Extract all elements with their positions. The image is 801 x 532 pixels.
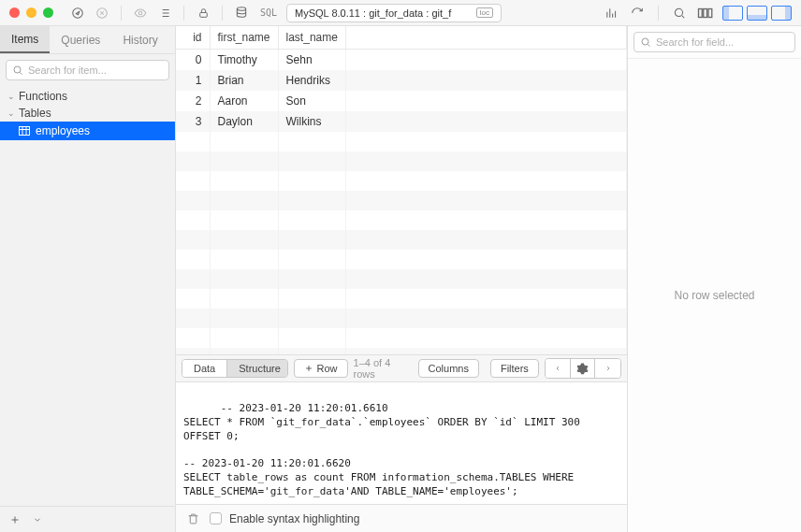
columns-icon[interactable] (696, 4, 715, 22)
tree-group-functions[interactable]: ⌄ Functions (0, 88, 175, 105)
cell-empty (345, 348, 626, 354)
sidebar: Items Queries History ⌄ Functions ⌄ Tabl… (0, 26, 176, 532)
data-tab-button[interactable]: Data (182, 360, 227, 377)
col-header-id[interactable]: id (176, 26, 210, 50)
trash-icon[interactable] (183, 510, 202, 528)
cell-last-name (278, 328, 345, 348)
table-row[interactable]: 0TimothySehn (176, 50, 627, 71)
svg-rect-3 (199, 12, 207, 17)
col-header-first-name[interactable]: first_name (210, 26, 278, 50)
cell-id (176, 171, 210, 191)
structure-tab-button[interactable]: Structure (227, 360, 287, 377)
cell-last-name (278, 132, 345, 151)
table-row (176, 151, 627, 171)
inspector-search[interactable] (634, 32, 795, 52)
cell-id: 3 (176, 111, 210, 132)
toggle-bottom-panel-button[interactable] (747, 6, 767, 21)
rows-info: 1–4 of 4 rows (354, 357, 413, 380)
columns-button[interactable]: Columns (418, 359, 479, 378)
table-row[interactable]: 1BrianHendriks (176, 70, 627, 91)
chart-icon[interactable] (602, 4, 620, 22)
filters-button[interactable]: Filters (490, 359, 539, 378)
cell-empty (345, 210, 626, 230)
cancel-icon (93, 4, 111, 22)
connection-selector[interactable]: MySQL 8.0.11 : git_for_data : git_f loc (286, 4, 502, 22)
cell-last-name (278, 289, 345, 309)
database-icon[interactable] (232, 4, 251, 22)
cell-empty (345, 151, 626, 171)
cell-empty (345, 132, 626, 151)
syntax-highlight-checkbox[interactable] (210, 512, 222, 525)
svg-point-4 (237, 7, 245, 10)
cell-empty (345, 111, 626, 132)
cell-last-name (278, 269, 345, 289)
cell-id (176, 151, 210, 171)
sidebar-search[interactable] (6, 60, 169, 80)
cell-last-name (278, 348, 345, 354)
data-grid[interactable]: id first_name last_name 0TimothySehn1Bri… (176, 26, 627, 354)
tree-item-employees[interactable]: employees (0, 122, 175, 140)
cell-empty (345, 70, 626, 91)
svg-point-2 (138, 11, 142, 15)
tree-item-label: employees (36, 124, 90, 137)
tab-queries[interactable]: Queries (50, 26, 111, 53)
cell-empty (345, 230, 626, 250)
list-icon[interactable] (155, 4, 174, 22)
zoom-window-button[interactable] (43, 7, 53, 18)
cell-empty (345, 191, 626, 210)
tree-group-tables[interactable]: ⌄ Tables (0, 105, 175, 122)
cell-first-name (210, 348, 278, 354)
lock-icon[interactable] (194, 4, 212, 22)
reload-icon[interactable] (628, 4, 647, 22)
add-row-button[interactable]: Row (294, 359, 348, 378)
cell-id: 0 (176, 50, 210, 71)
cell-empty (345, 328, 626, 348)
schema-tree: ⌄ Functions ⌄ Tables employees (0, 86, 175, 506)
cell-last-name (278, 191, 345, 210)
cell-first-name (210, 210, 278, 230)
cell-empty (345, 309, 626, 328)
cell-empty (345, 250, 626, 269)
tab-history[interactable]: History (111, 26, 168, 53)
dropdown-button[interactable] (28, 510, 47, 529)
toggle-right-panel-button[interactable] (771, 6, 792, 21)
col-header-last-name[interactable]: last_name (278, 26, 345, 50)
table-icon (19, 126, 30, 136)
settings-button[interactable] (571, 359, 596, 378)
cell-id (176, 348, 210, 354)
inspector-search-input[interactable] (656, 36, 789, 48)
query-log[interactable]: -- 2023-01-20 11:20:01.6610 SELECT * FRO… (176, 382, 627, 504)
svg-rect-8 (708, 8, 712, 17)
data-structure-segment: Data Structure (182, 359, 288, 378)
table-row (176, 171, 627, 191)
minimize-window-button[interactable] (26, 7, 36, 18)
add-button[interactable] (6, 510, 24, 529)
cell-id (176, 250, 210, 269)
toggle-left-panel-button[interactable] (722, 6, 743, 21)
sidebar-search-input[interactable] (28, 65, 163, 76)
syntax-highlight-label: Enable syntax highlighting (229, 512, 359, 525)
cell-id (176, 309, 210, 328)
search-icon (640, 36, 651, 48)
location-badge: loc (476, 7, 493, 18)
cell-last-name (278, 210, 345, 230)
svg-point-9 (14, 66, 21, 73)
tab-items[interactable]: Items (0, 26, 50, 53)
cell-empty (345, 91, 626, 111)
search-icon[interactable] (670, 4, 689, 22)
table-row[interactable]: 2AaronSon (176, 91, 627, 111)
inspector-panel: No row selected (627, 26, 801, 532)
close-window-button[interactable] (9, 7, 20, 18)
next-page-button[interactable] (595, 359, 620, 378)
svg-point-5 (675, 8, 682, 16)
svg-rect-10 (20, 127, 30, 136)
compass-icon[interactable] (68, 4, 87, 22)
prev-page-button[interactable] (546, 359, 571, 378)
table-row (176, 230, 627, 250)
eye-icon (131, 4, 150, 22)
cell-id (176, 269, 210, 289)
cell-first-name (210, 171, 278, 191)
cell-last-name: Sehn (278, 50, 345, 71)
cell-last-name (278, 230, 345, 250)
table-row[interactable]: 3DaylonWilkins (176, 111, 627, 132)
